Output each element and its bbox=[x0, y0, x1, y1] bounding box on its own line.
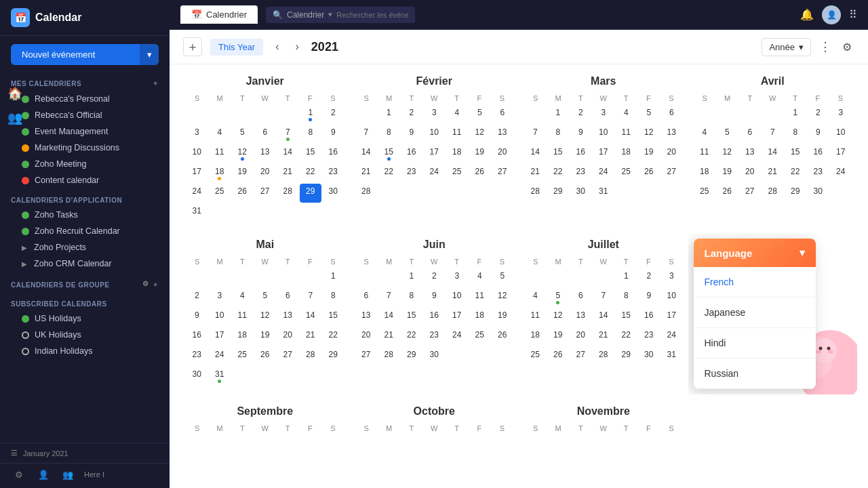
this-year-button[interactable]: This Year bbox=[210, 39, 263, 56]
sidebar-item-uk-holidays[interactable]: UK Holidays bbox=[11, 327, 159, 343]
day-cell[interactable]: 6 bbox=[254, 125, 277, 144]
search-placeholder[interactable] bbox=[336, 10, 408, 20]
calendar-color-dot bbox=[22, 315, 29, 323]
lang-option-japanese[interactable]: Japanese bbox=[694, 298, 816, 328]
sidebar-item-rebeccas-official[interactable]: Rebecca's Official bbox=[11, 107, 159, 123]
day-cell[interactable]: 30 bbox=[322, 184, 344, 203]
day-headers: SMTWTFS bbox=[694, 93, 852, 104]
day-cell[interactable]: 19 bbox=[231, 164, 254, 183]
new-event-label[interactable]: Nouvel événement bbox=[11, 44, 140, 65]
calendar-color-dot bbox=[22, 144, 29, 152]
home-icon[interactable]: 🏠 bbox=[8, 87, 22, 100]
day-cell-today[interactable]: 29 bbox=[300, 184, 322, 203]
day-cell[interactable] bbox=[277, 105, 299, 124]
resources-icon[interactable]: 👥 bbox=[8, 111, 22, 125]
day-cell[interactable]: 5 bbox=[231, 125, 254, 144]
language-dropdown-arrow-icon[interactable]: ▾ bbox=[800, 247, 805, 259]
prev-year-button[interactable]: ‹ bbox=[271, 38, 283, 56]
day-cell[interactable]: 17 bbox=[186, 164, 208, 183]
day-cell[interactable]: 25 bbox=[209, 184, 231, 203]
month-title-octobre: Octobre bbox=[355, 405, 514, 418]
day-cell[interactable]: 22 bbox=[300, 164, 322, 183]
apps-grid-icon[interactable]: ⠿ bbox=[849, 8, 857, 21]
day-cell[interactable]: 8 bbox=[300, 125, 322, 144]
sidebar-item-us-holidays[interactable]: US Holidays bbox=[11, 310, 159, 327]
day-cell[interactable]: 4 bbox=[209, 125, 231, 144]
day-grid-janvier: 1 2 3 4 5 6 7 8 9 10 11 12 13 14 15 16 1 bbox=[186, 105, 344, 222]
sidebar-item-marketing-discussions[interactable]: Marketing Discussions bbox=[11, 140, 159, 156]
user-avatar[interactable]: 👤 bbox=[822, 5, 841, 24]
year-label: 2021 bbox=[311, 40, 338, 54]
month-avril: Avril SMTWTFS 1 2 3 4 5 6 7 8 bbox=[688, 70, 858, 228]
sidebar-item-indian-holidays[interactable]: Indian Holidays bbox=[11, 343, 159, 359]
month-mars: Mars SMTWTFS 1 2 3 4 5 6 7 8 9 10 11 bbox=[519, 70, 688, 228]
sidebar-item-event-management[interactable]: Event Management bbox=[11, 123, 159, 140]
calendar-settings-icon[interactable]: ⚙ bbox=[840, 38, 854, 56]
day-cell[interactable]: 15 bbox=[300, 144, 322, 163]
sidebar-item-content-calendar[interactable]: Content calendar bbox=[11, 172, 159, 188]
notification-icon[interactable]: 🔔 bbox=[800, 8, 814, 21]
search-input[interactable] bbox=[336, 11, 408, 19]
month-mai: Mai SMTWTFS 1 2345678 9101112131415 1617… bbox=[180, 233, 350, 394]
day-grid-mars: 1 2 3 4 5 6 7 8 9 10 11 12 13 14 15 16 1 bbox=[524, 105, 683, 203]
day-cell[interactable]: 12 bbox=[231, 144, 254, 163]
sidebar-item-zoho-crm[interactable]: ▶ Zoho CRM Calendar bbox=[11, 256, 159, 272]
month-janvier: Janvier SMTWTFS 1 2 3 4 5 6 7 bbox=[180, 70, 350, 228]
dropdown-arrow-icon: ▾ bbox=[799, 42, 804, 52]
day-grid-mai: 1 2345678 9101112131415 16171819202122 2… bbox=[186, 268, 344, 386]
lang-option-russian[interactable]: Russian bbox=[694, 359, 816, 389]
day-cell[interactable]: 14 bbox=[277, 144, 299, 163]
day-cell[interactable]: 31 bbox=[186, 203, 208, 222]
day-cell[interactable] bbox=[254, 105, 277, 124]
add-user-bottom-icon[interactable]: 👥 bbox=[60, 466, 76, 483]
day-cell[interactable]: 20 bbox=[254, 164, 277, 183]
day-cell[interactable]: 21 bbox=[277, 164, 299, 183]
search-dropdown-arrow[interactable]: ▾ bbox=[328, 10, 332, 19]
day-cell[interactable]: 27 bbox=[254, 184, 277, 203]
lang-option-french[interactable]: French bbox=[694, 267, 816, 298]
months-row-1: Janvier SMTWTFS 1 2 3 4 5 6 7 bbox=[180, 70, 857, 228]
day-cell[interactable]: 23 bbox=[322, 164, 344, 183]
lang-option-hindi[interactable]: Hindi bbox=[694, 328, 816, 359]
day-cell[interactable] bbox=[186, 105, 208, 124]
month-decembre bbox=[688, 400, 858, 441]
add-group-icon[interactable]: ＋ bbox=[152, 280, 159, 289]
day-cell[interactable]: 9 bbox=[322, 125, 344, 144]
day-cell[interactable]: 1 bbox=[300, 105, 322, 124]
group-settings-icon[interactable]: ⚙ bbox=[142, 280, 149, 289]
new-event-arrow[interactable]: ▾ bbox=[140, 44, 159, 65]
sidebar-item-zoho-projects[interactable]: ▶ Zoho Projects bbox=[11, 239, 159, 256]
settings-bottom-icon[interactable]: ⚙ bbox=[11, 466, 27, 483]
sidebar-item-zoho-tasks[interactable]: Zoho Tasks bbox=[11, 207, 159, 223]
new-event-button[interactable]: Nouvel événement ▾ bbox=[11, 44, 159, 65]
day-cell[interactable]: 18 bbox=[209, 164, 231, 183]
month-aout: Language ▾ French Japanese Hindi Russian bbox=[688, 233, 858, 394]
day-grid-juin: 12345 6789101112 13141516171819 20212223… bbox=[355, 268, 514, 366]
day-cell[interactable] bbox=[209, 105, 231, 124]
sidebar-item-zoho-meeting[interactable]: Zoho Meeting bbox=[11, 156, 159, 172]
calendar-tab[interactable]: 📅 Calendrier bbox=[180, 5, 258, 24]
svg-point-6 bbox=[828, 350, 833, 354]
day-cell[interactable]: 16 bbox=[322, 144, 344, 163]
day-cell[interactable]: 13 bbox=[254, 144, 277, 163]
day-cell[interactable]: 3 bbox=[186, 125, 208, 144]
day-cell[interactable]: 2 bbox=[322, 105, 344, 124]
day-cell[interactable]: 11 bbox=[209, 144, 231, 163]
more-options-icon[interactable]: ⋮ bbox=[816, 37, 834, 57]
add-calendar-icon[interactable]: ＋ bbox=[152, 79, 159, 88]
day-cell[interactable]: 7 bbox=[277, 125, 299, 144]
view-dropdown[interactable]: Année ▾ bbox=[762, 38, 811, 56]
sidebar-item-rebeccas-personal[interactable]: Rebecca's Personal bbox=[11, 91, 159, 107]
day-cell[interactable]: 28 bbox=[277, 184, 299, 203]
day-cell[interactable]: 10 bbox=[186, 144, 208, 163]
day-cell[interactable]: 24 bbox=[186, 184, 208, 203]
add-event-plus-button[interactable]: ＋ bbox=[183, 37, 202, 56]
sidebar-item-zoho-recruit[interactable]: Zoho Recruit Calendar bbox=[11, 223, 159, 239]
day-cell[interactable] bbox=[231, 105, 254, 124]
search-bar[interactable]: 🔍 Calendrier ▾ bbox=[266, 7, 415, 23]
topbar-actions: 🔔 👤 ⠿ bbox=[800, 5, 857, 24]
next-year-button[interactable]: › bbox=[292, 38, 303, 56]
day-cell[interactable]: 26 bbox=[231, 184, 254, 203]
people-bottom-icon[interactable]: 👤 bbox=[35, 466, 52, 483]
sidebar-collapse-icon[interactable]: ☰ bbox=[11, 449, 18, 458]
